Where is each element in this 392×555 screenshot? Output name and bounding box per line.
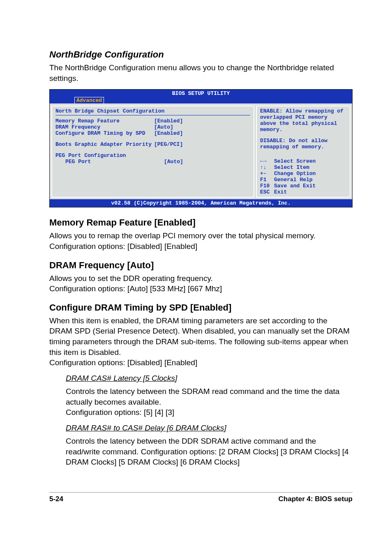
bios-row-value: [Auto]: [164, 159, 183, 165]
nav-arrows-ud-icon: ↑↓: [260, 164, 272, 170]
bios-row-value: [Auto]: [154, 124, 173, 130]
nav-text: Change Option: [274, 170, 316, 177]
bios-peg-heading: PEG Port Configuration: [55, 152, 250, 159]
bios-row-memory-remap: Memory Remap Feature [Enabled]: [55, 118, 250, 124]
bios-row-cfg-dram: Configure DRAM Timing by SPD [Enabled]: [55, 130, 250, 136]
bios-row-label: DRAM Frequency: [55, 124, 154, 130]
bios-row-label: Memory Remap Feature: [55, 118, 154, 124]
nav-text: Exit: [274, 189, 287, 195]
bios-row-label: PEG Port: [55, 159, 164, 165]
nav-f10: F10: [260, 183, 272, 189]
bios-row-boots-graphic: Boots Graphic Adapter Priority [PEG/PCI]: [55, 141, 250, 147]
bios-left-pane: North Bridge Chipset Configuration Memor…: [51, 106, 254, 198]
section-memory-remap-body: Allows you to remap the overlap PCI memo…: [49, 230, 353, 251]
section-northbridge-title: NorthBridge Configuration: [49, 49, 353, 60]
sub-cas-body2: Configuration options: [5] [4] [3]: [66, 407, 353, 418]
nav-f1: F1: [260, 177, 272, 183]
sub-ras-body: Controls the latency between the DDR SDR…: [66, 436, 353, 467]
sub-ras-title: DRAM RAS# to CAS# Delay [6 DRAM Clocks]: [66, 424, 353, 433]
bios-help-enable: ENABLE: Allow remapping of overlapped PC…: [260, 108, 346, 133]
bios-row-value: [Enabled]: [154, 118, 183, 124]
nav-text: Select Screen: [274, 158, 316, 164]
nav-text: Save and Exit: [274, 183, 316, 189]
chapter-title: Chapter 4: BIOS setup: [279, 495, 353, 503]
bios-row-label: Boots Graphic Adapter Priority: [55, 141, 154, 147]
bios-footer: v02.58 (C)Copyright 1985-2004, American …: [50, 199, 352, 207]
nav-text: General Help: [274, 177, 313, 183]
bios-nav-block: ←→Select Screen ↑↓Select Item +-Change O…: [260, 158, 346, 195]
nav-esc: ESC: [260, 189, 272, 195]
bios-right-pane: ENABLE: Allow remapping of overlapped PC…: [256, 106, 350, 198]
nav-text: Select Item: [274, 164, 309, 170]
section-dram-freq-body1: Allows you to set the DDR operating freq…: [49, 273, 353, 284]
sub-cas-body: Controls the latency between the SDRAM r…: [66, 386, 353, 407]
bios-left-heading: North Bridge Chipset Configuration: [55, 108, 250, 114]
section-cfg-dram-title: Configure DRAM Timing by SPD [Enabled]: [49, 302, 353, 313]
bios-titlebar: BIOS SETUP UTILITY Advanced: [50, 90, 352, 104]
bios-screenshot: BIOS SETUP UTILITY Advanced North Bridge…: [49, 89, 353, 207]
section-cfg-dram-body: When this item is enabled, the DRAM timi…: [49, 315, 353, 358]
page-number: 5-24: [49, 495, 63, 503]
sub-item-cas: DRAM CAS# Latency [5 Clocks] Controls th…: [66, 374, 353, 418]
sub-item-ras: DRAM RAS# to CAS# Delay [6 DRAM Clocks] …: [66, 424, 353, 467]
bios-help-disable: DISABLE: Do not allow remapping of memor…: [260, 138, 346, 150]
bios-tab-advanced: Advanced: [74, 97, 104, 104]
section-dram-freq-body2: Configuration options: [Auto] [533 MHz] …: [49, 283, 353, 294]
section-northbridge-body: The NorthBridge Configuration menu allow…: [49, 62, 353, 83]
bios-title-text: BIOS SETUP UTILITY: [50, 90, 352, 97]
bios-row-dram-freq: DRAM Frequency [Auto]: [55, 124, 250, 130]
page-footer: 5-24 Chapter 4: BIOS setup: [49, 492, 353, 503]
section-memory-remap-title: Memory Remap Feature [Enabled]: [49, 217, 353, 228]
bios-row-peg-port: PEG Port [Auto]: [55, 159, 250, 165]
sub-cas-title: DRAM CAS# Latency [5 Clocks]: [66, 374, 353, 383]
nav-arrows-lr-icon: ←→: [260, 158, 272, 164]
section-cfg-dram-body2: Configuration options: [Disabled] [Enabl…: [49, 357, 353, 368]
bios-row-value: [PEG/PCI]: [154, 141, 183, 147]
bios-row-label: Configure DRAM Timing by SPD: [55, 130, 154, 136]
bios-row-value: [Enabled]: [154, 130, 183, 136]
nav-plusminus-icon: +-: [260, 170, 272, 177]
section-dram-freq-title: DRAM Frequency [Auto]: [49, 260, 353, 271]
